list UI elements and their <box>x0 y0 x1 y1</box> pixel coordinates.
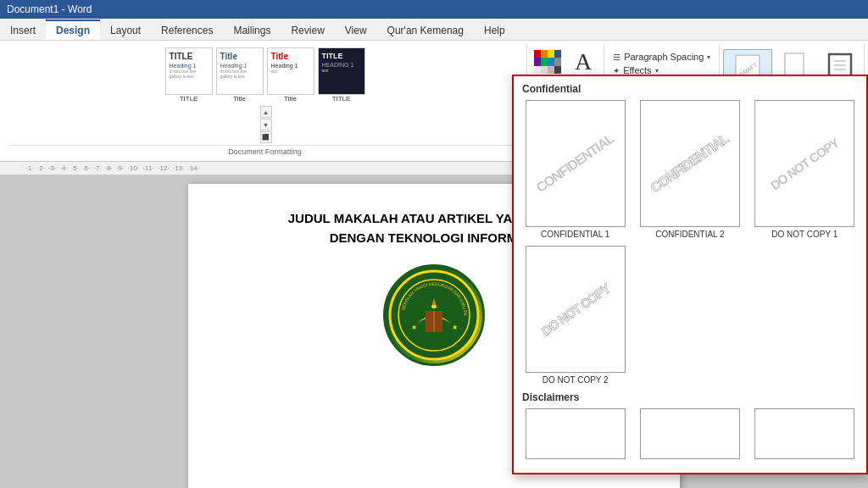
wm-grid: CONFIDENTIAL CONFIDENTIAL 1 CONFIDENTIAL… <box>520 100 860 239</box>
colors-icon <box>534 50 561 74</box>
tab-quran[interactable]: Qur'an Kemenag <box>377 20 474 40</box>
wm-text-dnc2: DO NOT COPY <box>538 280 612 338</box>
confidential-section-title: Confidential <box>520 83 860 95</box>
theme-group: TITLE Heading 1 In this box the gallery … <box>3 44 527 161</box>
para-spacing-icon: ☰ <box>613 53 620 62</box>
svg-text:★: ★ <box>411 324 417 331</box>
ruler-marks: ·1· ·2· ·3· ·4· ·5· ·6· ·7· ·8· ·9· ·10·… <box>20 164 37 172</box>
tab-view[interactable]: View <box>335 20 377 40</box>
para-spacing-label: Paragraph Spacing <box>624 52 704 62</box>
effects-dropdown: ▾ <box>655 67 659 75</box>
wm-confidential2[interactable]: CONFIDENTIAL CONFIDENTIAL 2 <box>635 100 744 239</box>
effects-icon: ✦ <box>613 66 620 75</box>
theme-preview-3: Title Heading 1 text <box>267 47 314 95</box>
ribbon-tabs: Insert Design Layout References Mailings… <box>0 19 868 41</box>
theme-label-1: TITLE <box>180 95 198 103</box>
doc-formatting-label: Document Formatting <box>10 145 520 158</box>
wm-text-conf2: CONFIDENTIAL <box>648 131 732 196</box>
disclaimers-section-title: Disclaimers <box>520 391 860 403</box>
wm-donotcopy2[interactable]: DO NOT COPY DO NOT COPY 2 <box>520 246 630 385</box>
scroll-more[interactable]: ⬛ <box>260 131 272 143</box>
wm-grid-row2: DO NOT COPY DO NOT COPY 2 <box>520 246 860 385</box>
svg-point-13 <box>431 305 437 308</box>
theme-item-2[interactable]: Title Heading 1 In this box the gallery … <box>215 46 264 104</box>
wm-preview-conf2: CONFIDENTIAL <box>640 100 740 227</box>
theme-label-4: TITLE <box>332 95 351 103</box>
svg-text:★: ★ <box>452 324 458 331</box>
tab-mailings[interactable]: Mailings <box>223 20 281 40</box>
tab-layout[interactable]: Layout <box>100 20 151 40</box>
wm-label-dnc1: DO NOT COPY 1 <box>771 230 837 239</box>
theme-preview-4: TITLE HEADING 1 text <box>318 47 365 95</box>
fonts-icon: A <box>575 50 592 74</box>
scroll-up[interactable]: ▲ <box>260 106 272 118</box>
tab-references[interactable]: References <box>151 20 223 40</box>
wm-disclaimer1[interactable] <box>520 408 630 459</box>
scroll-arrows: ▲ ▼ ⬛ <box>260 106 272 143</box>
theme-label-3: Title <box>284 95 297 103</box>
tab-design[interactable]: Design <box>46 19 100 40</box>
logo-svg: ★ ★ SEKOLAH TINGGI KEGURUAN DAN ILMU PEN… <box>387 269 481 362</box>
svg-rect-3 <box>785 53 804 77</box>
wm-preview-dnc2: DO NOT COPY <box>526 246 626 373</box>
wm-label-conf2: CONFIDENTIAL 2 <box>655 230 724 239</box>
wm-text-dnc1: DO NOT COPY <box>768 135 842 192</box>
theme-item-4[interactable]: TITLE HEADING 1 text TITLE <box>317 46 366 104</box>
logo-circle: ★ ★ SEKOLAH TINGGI KEGURUAN DAN ILMU PEN… <box>383 264 485 366</box>
watermark-panel: Confidential CONFIDENTIAL CONFIDENTIAL 1… <box>512 75 868 474</box>
watermark-panel-inner: Confidential CONFIDENTIAL CONFIDENTIAL 1… <box>514 76 866 473</box>
wm-preview-conf1: CONFIDENTIAL <box>526 100 626 227</box>
tab-review[interactable]: Review <box>281 20 334 40</box>
scroll-down[interactable]: ▼ <box>260 119 272 130</box>
tab-insert[interactable]: Insert <box>0 20 46 40</box>
wm-preview-d2 <box>640 408 740 459</box>
wm-label-conf1: CONFIDENTIAL 1 <box>541 230 609 239</box>
title-text: Document1 - Word <box>7 3 92 15</box>
tab-help[interactable]: Help <box>474 20 515 40</box>
wm-preview-dnc1: DO NOT COPY <box>754 100 854 227</box>
wm-text-conf1: CONFIDENTIAL <box>534 131 617 196</box>
theme-gallery: TITLE Heading 1 In this box the gallery … <box>164 46 366 104</box>
title-bar: Document1 - Word <box>0 0 868 19</box>
wm-grid-disclaimers <box>520 408 860 459</box>
ruler-mark: ·1· ·2· ·3· ·4· ·5· ·6· ·7· ·8· ·9· ·10·… <box>20 164 37 172</box>
theme-item-3[interactable]: Title Heading 1 text Title <box>266 46 315 104</box>
wm-disclaimer2[interactable] <box>635 408 744 459</box>
theme-preview-2: Title Heading 1 In this box the gallery … <box>216 47 264 95</box>
para-spacing-dropdown: ▾ <box>707 53 710 61</box>
theme-item-1[interactable]: TITLE Heading 1 In this box the gallery … <box>164 46 214 104</box>
wm-label-dnc2: DO NOT COPY 2 <box>542 375 609 385</box>
wm-disclaimer3[interactable] <box>750 408 860 459</box>
paragraph-spacing-btn[interactable]: ☰ Paragraph Spacing ▾ <box>609 51 714 63</box>
theme-label-2: Title <box>233 95 246 103</box>
wm-preview-d1 <box>526 408 626 459</box>
wm-donotcopy1[interactable]: DO NOT COPY DO NOT COPY 1 <box>750 100 860 239</box>
theme-preview-1: TITLE Heading 1 In this box the gallery … <box>165 47 213 95</box>
wm-preview-d3 <box>754 408 854 459</box>
wm-confidential1[interactable]: CONFIDENTIAL CONFIDENTIAL 1 <box>520 100 630 239</box>
